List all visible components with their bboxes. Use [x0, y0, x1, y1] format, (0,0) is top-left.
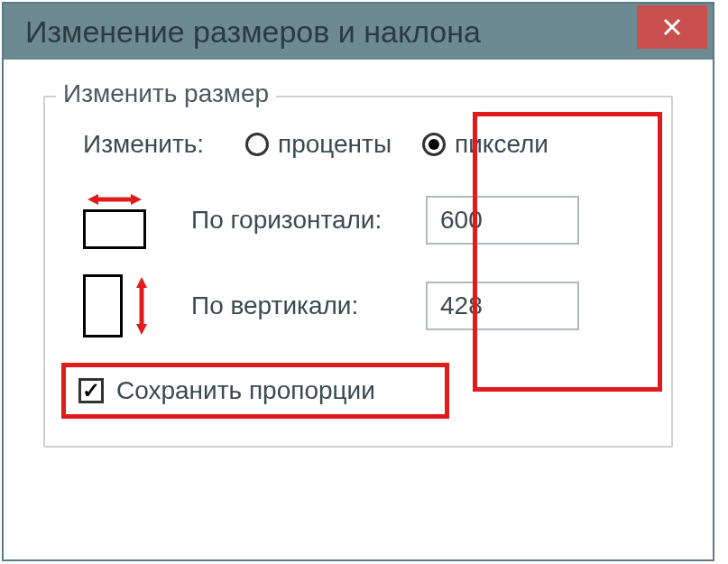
resize-by-label: Изменить: [83, 130, 227, 159]
vertical-row: По вертикали: [72, 274, 644, 337]
vertical-label: По вертикали: [191, 291, 408, 321]
radio-percent-label: проценты [278, 130, 392, 159]
horizontal-row: По горизонтали: [72, 191, 644, 249]
arrow-vertical-icon [134, 277, 150, 335]
resize-by-row: Изменить: проценты пиксели [72, 125, 644, 164]
radio-pixels-label: пиксели [455, 130, 548, 159]
arrow-horizontal-icon [88, 191, 142, 208]
close-icon [661, 16, 683, 38]
keep-ratio-label: Сохранить пропорции [116, 376, 375, 405]
horizontal-label: По горизонтали: [191, 205, 408, 236]
radio-circle-selected-icon [422, 133, 446, 156]
svg-marker-4 [131, 194, 142, 205]
svg-marker-3 [88, 194, 98, 205]
horizontal-input[interactable] [426, 196, 579, 245]
rect-vertical-icon [83, 274, 123, 337]
radio-group: проценты пиксели [245, 125, 558, 164]
window-title: Изменение размеров и наклона [25, 14, 481, 50]
titlebar[interactable]: Изменение размеров и наклона [4, 4, 713, 60]
svg-marker-7 [136, 324, 147, 335]
radio-percent[interactable]: проценты [245, 130, 392, 159]
keep-ratio-checkbox[interactable] [78, 378, 104, 403]
group-legend: Изменить размер [56, 79, 276, 108]
radio-pixels[interactable]: пиксели [419, 125, 558, 164]
rect-horizontal-icon [83, 209, 146, 249]
keep-ratio-row[interactable]: Сохранить пропорции [61, 363, 449, 419]
svg-marker-6 [136, 277, 147, 288]
resize-skew-dialog: Изменение размеров и наклона Изменить ра… [2, 2, 714, 561]
vertical-icon [83, 274, 173, 337]
dialog-content: Изменить размер Изменить: проценты пиксе… [4, 60, 713, 466]
radio-circle-icon [245, 133, 269, 156]
vertical-input[interactable] [426, 282, 579, 330]
resize-group: Изменить размер Изменить: проценты пиксе… [43, 96, 673, 448]
horizontal-icon [83, 191, 173, 249]
close-button[interactable] [637, 5, 707, 49]
